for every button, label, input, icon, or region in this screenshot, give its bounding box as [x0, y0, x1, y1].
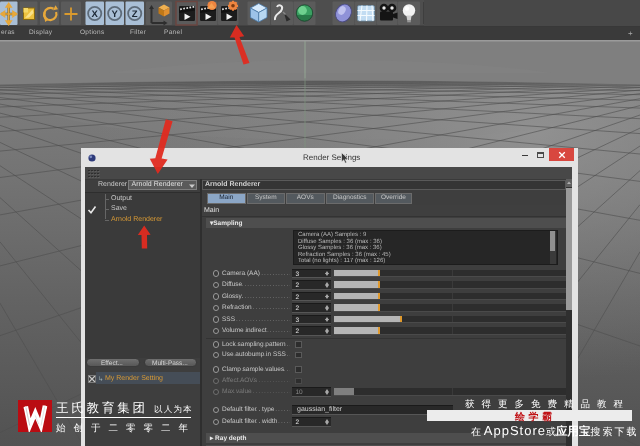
svg-text:Z: Z [132, 9, 138, 20]
svg-text:X: X [92, 9, 99, 20]
svg-text:Y: Y [112, 9, 119, 20]
